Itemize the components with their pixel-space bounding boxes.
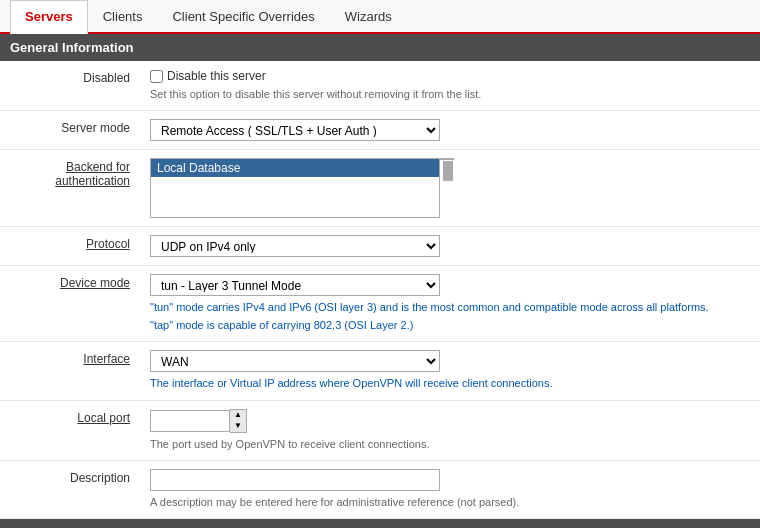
server-mode-select[interactable]: Remote Access ( SSL/TLS + User Auth ) Pe… (150, 119, 440, 141)
local-port-row: Local port 1194 ▲ ▼ The port used by Ope… (0, 401, 760, 461)
protocol-select[interactable]: UDP on IPv4 only UDP on IPv6 only TCP on… (150, 235, 440, 257)
device-mode-row: Device mode tun - Layer 3 Tunnel Mode ta… (0, 266, 760, 342)
disabled-row: Disabled Disable this server Set this op… (0, 61, 760, 111)
spinner-down-button[interactable]: ▼ (230, 421, 246, 432)
disabled-checkbox[interactable] (150, 70, 163, 83)
description-row: Description A description may be entered… (0, 461, 760, 519)
description-content: A description may be entered here for ad… (140, 461, 760, 518)
backend-auth-content: Local Database (140, 150, 760, 226)
disabled-checkbox-label[interactable]: Disable this server (150, 69, 750, 83)
interface-hint: The interface or Virtual IP address wher… (150, 376, 750, 391)
disabled-hint: Set this option to disable this server w… (150, 87, 750, 102)
interface-row: Interface WAN LAN any The interface or V… (0, 342, 760, 400)
protocol-label: Protocol (0, 227, 140, 265)
protocol-content: UDP on IPv4 only UDP on IPv6 only TCP on… (140, 227, 760, 265)
local-port-input[interactable]: 1194 (150, 410, 230, 432)
server-mode-row: Server mode Remote Access ( SSL/TLS + Us… (0, 111, 760, 150)
spinner-up-button[interactable]: ▲ (230, 410, 246, 421)
backend-auth-row: Backend forauthentication Local Database (0, 150, 760, 227)
device-mode-hint1: "tun" mode carries IPv4 and IPv6 (OSI la… (150, 300, 750, 315)
local-port-spinner: 1194 ▲ ▼ (150, 409, 750, 433)
device-mode-content: tun - Layer 3 Tunnel Mode tap - Layer 2 … (140, 266, 760, 341)
backend-auth-label: Backend forauthentication (0, 150, 140, 226)
tab-wizards[interactable]: Wizards (330, 0, 407, 34)
local-port-hint: The port used by OpenVPN to receive clie… (150, 437, 750, 452)
description-input[interactable] (150, 469, 440, 491)
interface-select[interactable]: WAN LAN any (150, 350, 440, 372)
general-info-header: General Information (0, 34, 760, 61)
nav-tabs: Servers Clients Client Specific Override… (0, 0, 760, 34)
tab-servers[interactable]: Servers (10, 0, 88, 34)
protocol-row: Protocol UDP on IPv4 only UDP on IPv6 on… (0, 227, 760, 266)
device-mode-hint2: "tap" mode is capable of carrying 802.3 … (150, 318, 750, 333)
disabled-label: Disabled (0, 61, 140, 110)
server-mode-label: Server mode (0, 111, 140, 149)
crypto-section-header: Cryptographic Settings (0, 519, 760, 528)
device-mode-select[interactable]: tun - Layer 3 Tunnel Mode tap - Layer 2 … (150, 274, 440, 296)
auth-listbox-scrollbar[interactable] (440, 158, 454, 160)
disabled-content: Disable this server Set this option to d… (140, 61, 760, 110)
local-port-content: 1194 ▲ ▼ The port used by OpenVPN to rec… (140, 401, 760, 460)
description-label: Description (0, 461, 140, 518)
server-mode-content: Remote Access ( SSL/TLS + User Auth ) Pe… (140, 111, 760, 149)
tab-client-specific-overrides[interactable]: Client Specific Overrides (157, 0, 329, 34)
tab-clients[interactable]: Clients (88, 0, 158, 34)
auth-listbox-scroll-thumb (443, 161, 453, 181)
auth-listbox-wrapper: Local Database (150, 158, 750, 218)
interface-label: Interface (0, 342, 140, 399)
auth-item-local-database[interactable]: Local Database (151, 159, 439, 177)
auth-listbox[interactable]: Local Database (150, 158, 440, 218)
interface-content: WAN LAN any The interface or Virtual IP … (140, 342, 760, 399)
device-mode-label: Device mode (0, 266, 140, 341)
spinner-buttons: ▲ ▼ (230, 409, 247, 433)
description-hint: A description may be entered here for ad… (150, 495, 750, 510)
local-port-label: Local port (0, 401, 140, 460)
